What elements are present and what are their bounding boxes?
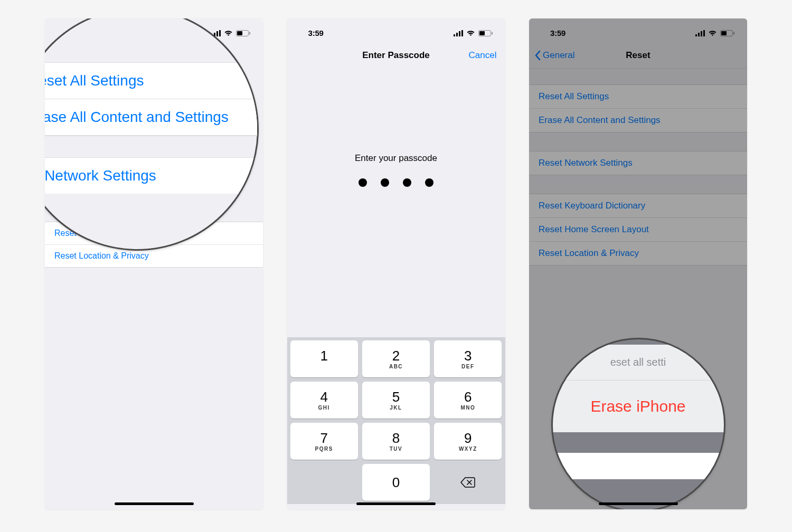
keypad-4[interactable]: 4GHI bbox=[290, 382, 358, 419]
svg-rect-2 bbox=[216, 31, 218, 36]
keypad-2[interactable]: 2ABC bbox=[362, 340, 430, 377]
home-indicator bbox=[599, 502, 678, 505]
page-title: Enter Passcode bbox=[362, 50, 430, 61]
backspace-icon bbox=[460, 477, 475, 488]
wifi-icon bbox=[224, 30, 233, 36]
keypad-backspace[interactable] bbox=[434, 464, 502, 501]
wifi-icon bbox=[466, 30, 475, 36]
row-erase-all-content[interactable]: Erase All Content and Settings bbox=[45, 99, 257, 136]
svg-rect-7 bbox=[454, 34, 455, 36]
row-reset-all-settings[interactable]: Reset All Settings bbox=[45, 63, 257, 99]
cancel-button[interactable]: Cancel bbox=[469, 42, 497, 69]
inspection-loupe: eset all setti Erase iPhone bbox=[551, 338, 725, 509]
cellular-icon bbox=[454, 30, 463, 36]
battery-icon bbox=[478, 30, 493, 36]
svg-rect-10 bbox=[461, 30, 463, 36]
keypad-9[interactable]: 9WXYZ bbox=[434, 423, 502, 460]
home-indicator bbox=[356, 502, 436, 505]
keypad-5[interactable]: 5JKL bbox=[362, 382, 430, 419]
keypad-8[interactable]: 8TUV bbox=[362, 423, 430, 460]
svg-rect-9 bbox=[459, 31, 460, 36]
svg-rect-6 bbox=[237, 31, 242, 35]
keypad-empty bbox=[290, 464, 358, 501]
status-bar: 3:59 bbox=[287, 18, 505, 42]
home-indicator bbox=[115, 502, 194, 505]
passcode-dots bbox=[287, 178, 505, 187]
svg-rect-13 bbox=[479, 31, 485, 35]
cancel-button[interactable] bbox=[551, 453, 725, 479]
svg-rect-5 bbox=[249, 32, 250, 34]
status-icons bbox=[454, 30, 493, 36]
keypad-7[interactable]: 7PQRS bbox=[290, 423, 358, 460]
row-reset-network[interactable]: et Network Settings bbox=[45, 158, 257, 194]
svg-rect-12 bbox=[492, 32, 493, 34]
phone-erase-confirm: 3:59 General Reset Reset All Settings Er… bbox=[529, 18, 747, 509]
numeric-keypad: 1 2ABC 3DEF 4GHI 5JKL 6MNO 7PQRS 8TUV 9W… bbox=[287, 337, 505, 504]
phone-enter-passcode: 3:59 Enter Passcode Cancel Enter your pa… bbox=[287, 18, 505, 509]
keypad-6[interactable]: 6MNO bbox=[434, 382, 502, 419]
battery-icon bbox=[236, 30, 250, 36]
nav-bar: Enter Passcode Cancel bbox=[287, 42, 505, 69]
keypad-0[interactable]: 0 bbox=[362, 464, 430, 501]
status-icons bbox=[211, 30, 250, 36]
svg-rect-3 bbox=[219, 30, 221, 36]
svg-rect-8 bbox=[456, 33, 458, 36]
status-time: 3:59 bbox=[308, 28, 324, 37]
keypad-3[interactable]: 3DEF bbox=[434, 340, 502, 377]
keypad-1[interactable]: 1 bbox=[290, 340, 358, 377]
passcode-prompt: Enter your passcode bbox=[287, 153, 505, 164]
erase-iphone-button[interactable]: Erase iPhone bbox=[551, 381, 725, 432]
phone-reset-screen: Reset Home Screen Layout Reset Location … bbox=[45, 18, 263, 509]
